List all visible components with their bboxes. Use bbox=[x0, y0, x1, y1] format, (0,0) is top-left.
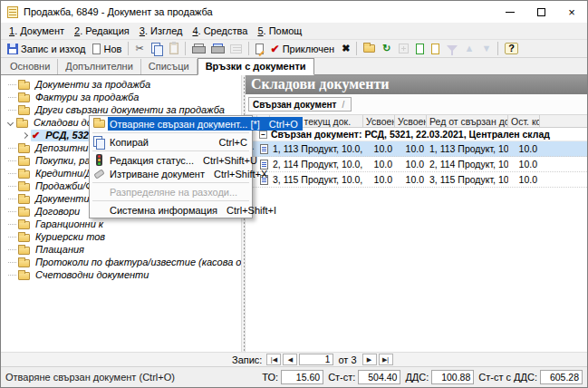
menu-item-open-linked-document[interactable]: Отваряне свързан документ... [*]Ctrl+O bbox=[90, 117, 252, 131]
next-record-button[interactable]: ▶ bbox=[362, 354, 377, 365]
table-row[interactable]: 2, 114 Продукт, 10.0, бр10.010.02, 114 П… bbox=[246, 157, 587, 172]
menu-separator bbox=[92, 182, 249, 183]
refresh-button[interactable]: ↻ bbox=[379, 41, 394, 57]
menu-item-shortcut: Ctrl+Shift+X bbox=[205, 169, 267, 179]
table-row[interactable]: ▶1, 113 Продукт, 10.0, бр10.010.01, 113 … bbox=[246, 141, 587, 157]
menu-item-edit-status[interactable]: Редакция статус...Ctrl+Shift+U bbox=[90, 153, 252, 167]
menu-item-copy[interactable]: КопирайCtrl+C bbox=[90, 135, 252, 149]
attach-folder-button[interactable] bbox=[360, 41, 379, 57]
close-button[interactable]: × bbox=[556, 1, 587, 23]
document-yellow-button[interactable] bbox=[428, 41, 443, 57]
close-icon: × bbox=[568, 6, 575, 18]
doc-yellow-icon bbox=[431, 44, 439, 54]
tree-item[interactable]: Фактури за продажба bbox=[1, 91, 241, 103]
current-record-input[interactable]: 1 bbox=[299, 354, 333, 365]
toolbar-button-label: Приключен bbox=[283, 44, 334, 54]
delete-button[interactable]: ✖ bbox=[338, 41, 353, 57]
tree-item[interactable]: Плащания bbox=[1, 243, 241, 256]
menu-5[interactable]: 5. Помощ bbox=[254, 25, 308, 36]
tree-item[interactable]: Протоколи по фактура/известие (касова от… bbox=[1, 256, 241, 268]
total-field: ТО:15.60 bbox=[262, 370, 323, 384]
group-by-field[interactable]: Свързан документ / bbox=[248, 97, 352, 112]
maximize-button[interactable] bbox=[525, 1, 556, 23]
cut-button[interactable]: ✂ bbox=[131, 41, 147, 57]
tab-списъци[interactable]: Списъци bbox=[141, 59, 198, 74]
menu-2[interactable]: 2. Редакция bbox=[71, 25, 136, 36]
menu-separator bbox=[92, 132, 249, 133]
tree-connector bbox=[8, 262, 16, 263]
table-row[interactable]: 3, 115 Продукт, 10.0, бр10.010.03, 115 П… bbox=[246, 172, 587, 188]
menu-item-shortcut: Ctrl+Shift+I bbox=[217, 205, 276, 216]
maximize-icon bbox=[537, 8, 545, 16]
totals-bar: ТО:15.60Ст-ст:504.40ДДС:100.88Ст-ст с ДД… bbox=[262, 370, 583, 384]
copy-button[interactable] bbox=[148, 41, 166, 57]
paste-icon bbox=[169, 43, 178, 54]
column-header[interactable]: Ост. ко... bbox=[508, 115, 540, 127]
tree-item[interactable]: Документи за продажба bbox=[1, 78, 241, 91]
folder-icon bbox=[18, 209, 30, 217]
last-record-button[interactable]: ▶| bbox=[379, 354, 393, 365]
tree-item[interactable]: Куриерски тов bbox=[1, 230, 241, 243]
tree-item-label: Плащания bbox=[34, 244, 86, 255]
toolbar-separator bbox=[128, 42, 129, 55]
print-preview-button[interactable] bbox=[207, 41, 227, 57]
table-cell: 10.0 bbox=[395, 159, 427, 170]
tree-item[interactable]: Гаранционни к bbox=[1, 218, 241, 230]
column-header[interactable]: Усвоен... bbox=[363, 115, 395, 127]
folder-icon bbox=[18, 221, 30, 229]
tree-item[interactable]: Счетоводни документи bbox=[1, 268, 241, 281]
first-record-button[interactable]: |◀ bbox=[266, 354, 281, 365]
menu-item-delete-document[interactable]: Изтриване документCtrl+Shift+X bbox=[90, 167, 252, 180]
menu-separator bbox=[92, 150, 249, 151]
column-header[interactable]: Ред от свързан док. bbox=[427, 115, 508, 127]
toolbar: Запис и изходНов✂✔Приключен✖↻▲▼? bbox=[1, 39, 587, 58]
folder-icon bbox=[18, 94, 30, 102]
table-empty-area bbox=[246, 188, 587, 352]
table-cell: 10.0 bbox=[508, 174, 540, 185]
folder-icon bbox=[18, 158, 30, 166]
document-edit-button[interactable] bbox=[252, 41, 267, 57]
new-button[interactable]: Нов bbox=[89, 41, 125, 57]
tree-connector bbox=[8, 97, 16, 98]
menu-4[interactable]: 4. Средства bbox=[188, 25, 254, 36]
doc-green-icon bbox=[416, 44, 424, 54]
tree-connector bbox=[8, 275, 16, 276]
folder-icon bbox=[18, 183, 30, 191]
save-icon bbox=[7, 44, 18, 54]
total-field: Ст-ст:504.40 bbox=[328, 370, 400, 384]
print-button[interactable] bbox=[188, 41, 207, 57]
filter-icon bbox=[447, 45, 458, 52]
tree-item[interactable]: Други свързани документи за продажба bbox=[1, 103, 241, 116]
menu-item-label: Разпределяне на разходи... bbox=[108, 187, 247, 198]
eraser-icon bbox=[94, 171, 104, 177]
collapse-group-icon[interactable]: − bbox=[259, 131, 267, 139]
menu-1[interactable]: 1. Документ bbox=[5, 25, 71, 36]
menu-3[interactable]: 3. Изглед bbox=[136, 25, 189, 36]
previous-record-button[interactable]: ◀ bbox=[283, 354, 297, 365]
save-and-exit-button[interactable]: Запис и изход bbox=[4, 41, 89, 57]
tab-допълнителни[interactable]: Допълнителни bbox=[58, 59, 140, 74]
finished-toggle[interactable]: ✔Приключен bbox=[267, 41, 339, 57]
table-cell: 3, 115 Продукт, 10.0, бр bbox=[270, 174, 363, 185]
expander-collapse-icon[interactable] bbox=[7, 119, 14, 125]
tab-основни[interactable]: Основни bbox=[3, 59, 58, 74]
tab-връзки-с-документи[interactable]: Връзки с документи bbox=[198, 58, 314, 75]
menu-item-label: Изтриване документ bbox=[108, 169, 205, 179]
app-icon bbox=[7, 6, 18, 18]
total-label: ТО: bbox=[262, 372, 278, 383]
group-row-label: Свързан документ: РСД, 5321, 22.03.2021,… bbox=[271, 129, 550, 140]
document-green-button[interactable] bbox=[412, 41, 428, 57]
minimize-button[interactable] bbox=[495, 1, 525, 23]
tree-item-label: Фактури за продажба bbox=[34, 92, 140, 102]
table-cell: 10.0 bbox=[395, 174, 427, 185]
menu-item-system-information[interactable]: Системна информацияCtrl+Shift+I bbox=[90, 203, 252, 217]
open-folder-icon bbox=[93, 120, 105, 128]
group-by-label: Свързан документ bbox=[253, 100, 336, 110]
column-header[interactable]: Усвоен... bbox=[395, 115, 427, 127]
tree-item-label: Протоколи по фактура/известие (касова от… bbox=[34, 257, 241, 267]
expander-expand-icon[interactable] bbox=[22, 131, 28, 138]
folder-icon bbox=[18, 170, 30, 179]
help-button[interactable]: ? bbox=[501, 41, 522, 57]
window-title: Продажба, 6849 - Документ за продажба bbox=[24, 6, 213, 17]
total-label: Ст-ст: bbox=[328, 372, 355, 383]
